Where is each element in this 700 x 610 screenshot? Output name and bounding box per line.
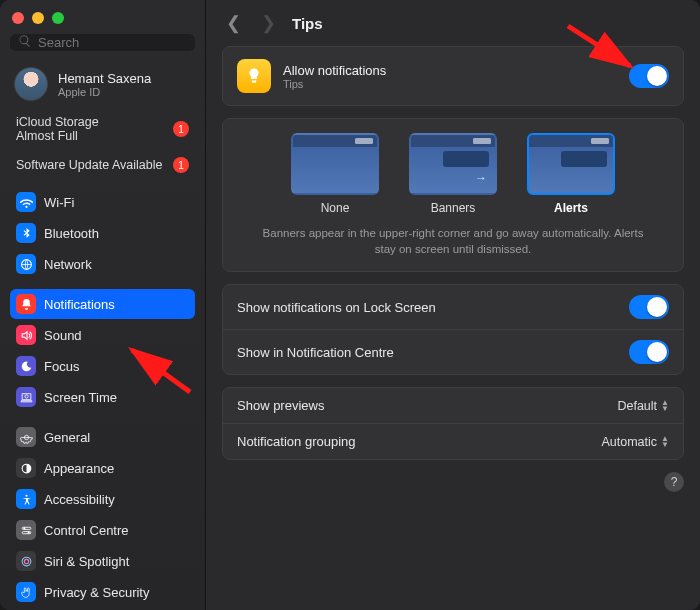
sidebar-item-label: Bluetooth xyxy=(44,226,99,241)
user-sub: Apple ID xyxy=(58,86,151,98)
search-icon xyxy=(18,34,32,51)
sidebar-item-label: Screen Time xyxy=(44,390,117,405)
sidebar: Hemant Saxena Apple ID iCloud Storage Al… xyxy=(0,0,206,610)
badge: 1 xyxy=(173,121,189,137)
window-controls xyxy=(10,10,195,34)
zoom-window[interactable] xyxy=(52,12,64,24)
sidebar-item-control-centre[interactable]: Control Centre xyxy=(10,515,195,545)
sidebar-item-label: Focus xyxy=(44,359,79,374)
appearance-icon xyxy=(16,458,36,478)
sidebar-item-focus[interactable]: Focus xyxy=(10,351,195,381)
sidebar-item-bluetooth[interactable]: Bluetooth xyxy=(10,218,195,248)
notification-grouping-row[interactable]: Notification grouping Automatic ▲▼ xyxy=(223,423,683,459)
sidebar-item-label: Siri & Spotlight xyxy=(44,554,129,569)
chevron-updown-icon: ▲▼ xyxy=(661,436,669,448)
icloud-storage-line2: Almost Full xyxy=(16,129,99,143)
close-window[interactable] xyxy=(12,12,24,24)
tips-app-icon xyxy=(237,59,271,93)
notification-grouping-value: Automatic xyxy=(601,435,657,449)
sidebar-item-accessibility[interactable]: Accessibility xyxy=(10,484,195,514)
sidebar-item-label: General xyxy=(44,430,90,445)
style-label-banners: Banners xyxy=(431,201,476,215)
network-icon xyxy=(16,254,36,274)
focus-icon xyxy=(16,356,36,376)
apple-id-row[interactable]: Hemant Saxena Apple ID xyxy=(10,61,195,111)
show-previews-label: Show previews xyxy=(237,398,324,413)
search-input[interactable] xyxy=(38,35,206,50)
allow-notifications-toggle[interactable] xyxy=(629,64,669,88)
sidebar-item-label: Sound xyxy=(44,328,82,343)
notification-centre-toggle[interactable] xyxy=(629,340,669,364)
minimize-window[interactable] xyxy=(32,12,44,24)
system-settings-window: Hemant Saxena Apple ID iCloud Storage Al… xyxy=(0,0,700,610)
svg-point-9 xyxy=(24,559,28,563)
sidebar-item-wifi[interactable]: Wi-Fi xyxy=(10,187,195,217)
wifi-icon xyxy=(16,192,36,212)
chevron-updown-icon: ▲▼ xyxy=(661,400,669,412)
svg-point-3 xyxy=(25,494,27,496)
allow-notifications-label: Allow notifications xyxy=(283,63,386,78)
sidebar-item-appearance[interactable]: Appearance xyxy=(10,453,195,483)
hand-icon xyxy=(16,582,36,602)
software-update-label: Software Update Available xyxy=(16,158,162,172)
show-previews-value: Default xyxy=(617,399,657,413)
badge: 1 xyxy=(173,157,189,173)
icloud-storage-line1: iCloud Storage xyxy=(16,115,99,129)
back-button[interactable]: ❮ xyxy=(222,10,245,36)
alert-style-alerts[interactable]: Alerts xyxy=(527,133,615,215)
sidebar-item-label: Accessibility xyxy=(44,492,115,507)
lock-centre-card: Show notifications on Lock Screen Show i… xyxy=(222,284,684,375)
sidebar-item-label: Privacy & Security xyxy=(44,585,149,600)
siri-icon xyxy=(16,551,36,571)
main-panel: ❮ ❯ Tips Allow notifications Tips xyxy=(206,0,700,610)
style-label-alerts: Alerts xyxy=(554,201,588,215)
alert-style-banners[interactable]: → Banners xyxy=(409,133,497,215)
show-previews-row[interactable]: Show previews Default ▲▼ xyxy=(223,388,683,423)
lockscreen-toggle[interactable] xyxy=(629,295,669,319)
sidebar-item-general[interactable]: General xyxy=(10,422,195,452)
sidebar-item-network[interactable]: Network xyxy=(10,249,195,279)
sidebar-item-siri-spotlight[interactable]: Siri & Spotlight xyxy=(10,546,195,576)
allow-notifications-card: Allow notifications Tips xyxy=(222,46,684,106)
avatar xyxy=(14,67,48,101)
svg-point-8 xyxy=(22,557,31,566)
alert-style-none[interactable]: None xyxy=(291,133,379,215)
style-label-none: None xyxy=(321,201,350,215)
gear-icon xyxy=(16,427,36,447)
bell-icon xyxy=(16,294,36,314)
software-update-alert[interactable]: Software Update Available 1 xyxy=(10,153,195,177)
sidebar-item-sound[interactable]: Sound xyxy=(10,320,195,350)
lockscreen-label: Show notifications on Lock Screen xyxy=(237,300,436,315)
forward-button[interactable]: ❯ xyxy=(257,10,280,36)
titlebar: ❮ ❯ Tips xyxy=(222,0,684,46)
sidebar-item-notifications[interactable]: Notifications xyxy=(10,289,195,319)
icloud-storage-alert[interactable]: iCloud Storage Almost Full 1 xyxy=(10,111,195,147)
app-name: Tips xyxy=(283,78,386,90)
sidebar-item-label: Notifications xyxy=(44,297,115,312)
svg-point-1 xyxy=(24,394,27,397)
control-centre-icon xyxy=(16,520,36,540)
sound-icon xyxy=(16,325,36,345)
user-name: Hemant Saxena xyxy=(58,71,151,86)
notification-centre-label: Show in Notification Centre xyxy=(237,345,394,360)
previews-grouping-card: Show previews Default ▲▼ Notification gr… xyxy=(222,387,684,460)
bluetooth-icon xyxy=(16,223,36,243)
page-title: Tips xyxy=(292,15,323,32)
sidebar-item-label: Network xyxy=(44,257,92,272)
sidebar-item-label: Appearance xyxy=(44,461,114,476)
help-button[interactable]: ? xyxy=(664,472,684,492)
sidebar-item-label: Control Centre xyxy=(44,523,129,538)
screen-time-icon xyxy=(16,387,36,407)
search-field[interactable] xyxy=(10,34,195,51)
accessibility-icon xyxy=(16,489,36,509)
alert-style-card: None → Banners Alerts Banners appear in … xyxy=(222,118,684,272)
notification-grouping-label: Notification grouping xyxy=(237,434,356,449)
svg-point-6 xyxy=(23,527,25,529)
style-description: Banners appear in the upper-right corner… xyxy=(223,221,683,271)
sidebar-item-label: Wi-Fi xyxy=(44,195,74,210)
svg-point-7 xyxy=(27,531,29,533)
sidebar-item-screen-time[interactable]: Screen Time xyxy=(10,382,195,412)
sidebar-item-privacy-security[interactable]: Privacy & Security xyxy=(10,577,195,607)
